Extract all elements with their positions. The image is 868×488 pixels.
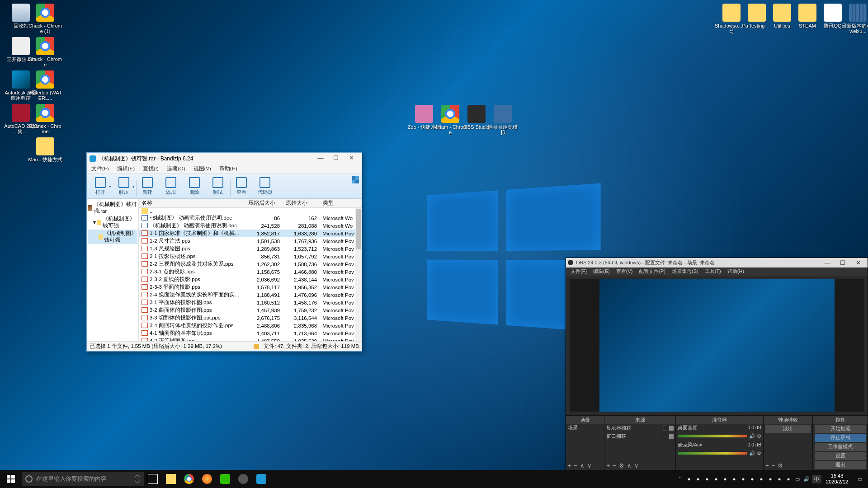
scene-item[interactable]: 场景 — [568, 425, 602, 431]
tray-icon[interactable]: ● — [730, 470, 739, 488]
file-row[interactable]: 2-3-3 平面的投影.pps 1,578,1171,956,352Micros… — [139, 283, 362, 291]
menu-item[interactable]: 配置文件(P) — [639, 268, 665, 275]
file-row[interactable]: 1-1 国家标准《技术制图》和《机械制图》的有关... 1,352,8171,6… — [139, 230, 362, 237]
control-button[interactable]: 设置 — [815, 452, 866, 460]
maximize-button[interactable]: ☐ — [835, 259, 850, 266]
tray-icon[interactable]: ● — [784, 470, 793, 488]
file-row[interactable]: 3-2 曲面体的投影作图.pps 1,457,9391,759,232Micro… — [139, 306, 362, 314]
tree-node[interactable]: 《机械制图》钱可强 — [88, 230, 137, 244]
gear-icon[interactable]: ⚙ — [778, 462, 783, 469]
up-icon[interactable]: ∧ — [627, 462, 632, 469]
obs-dock-sources[interactable]: 来源 显示器捕获 窗口捕获 +−⚙∧∨ — [604, 416, 676, 470]
toolbar-解压[interactable]: ▾解压 — [112, 176, 136, 196]
taskbar-explorer[interactable] — [162, 470, 180, 488]
minimize-button[interactable]: — — [820, 259, 835, 266]
file-row[interactable]: .. — [139, 208, 362, 215]
tray-icon[interactable]: ● — [766, 470, 775, 488]
toolbar-新建[interactable]: 新建 — [136, 176, 159, 196]
visibility-icon[interactable] — [662, 426, 667, 431]
toolbar-代码页[interactable]: 代码页 — [253, 176, 277, 196]
obs-preview[interactable] — [570, 279, 864, 412]
bandizip-toolbar[interactable]: ▾打开▾解压新建添加删除测试查看代码页 — [87, 174, 362, 199]
gear-icon[interactable]: ⚙ — [619, 462, 624, 469]
down-icon[interactable]: ∨ — [587, 462, 592, 469]
gear-icon[interactable]: ⚙ — [757, 450, 761, 456]
toolbar-删除[interactable]: 删除 — [183, 176, 206, 196]
tray-icon[interactable]: ● — [721, 470, 730, 488]
apps-icon[interactable] — [352, 176, 359, 183]
file-row[interactable]: 4-2 正等轴测图.pps 1,487,5591,835,520Microsof… — [139, 337, 362, 341]
down-icon[interactable]: ∨ — [634, 462, 639, 469]
menu-item[interactable]: 编辑(E) — [593, 268, 610, 275]
expand-icon[interactable]: ▾ — [93, 219, 96, 225]
menu-item[interactable]: 编辑(E) — [115, 164, 137, 173]
tray-icon[interactable]: ● — [775, 470, 784, 488]
file-row[interactable]: 2-4 换面法作直线的实长和平面的实形.pps 1,188,4911,476,0… — [139, 291, 362, 299]
system-tray[interactable]: ˄ ● ● ● ● ● ● ● ● ● ● ● ● ▭ 🔊 中 15:43 20… — [675, 470, 868, 488]
microphone-icon[interactable] — [135, 475, 140, 483]
taskbar-chrome[interactable] — [180, 470, 198, 488]
taskbar-app[interactable] — [234, 470, 252, 488]
menu-item[interactable]: 帮助(H) — [217, 164, 239, 173]
menu-item[interactable]: 视图(V) — [192, 164, 213, 173]
mixer-channel[interactable]: 麦克风/Aux0.0 dB 🔊 ⚙ — [678, 442, 761, 458]
lock-icon[interactable] — [669, 426, 674, 431]
add-icon[interactable]: + — [765, 462, 769, 469]
desktop-icon[interactable]: Epanex - Chrome — [28, 104, 62, 134]
close-button[interactable]: ✕ — [850, 259, 866, 266]
menu-item[interactable]: 选项(O) — [165, 164, 187, 173]
desktop[interactable]: 回收站 Chuck - Chrome (1) 三开微信.bat Chuck - … — [0, 0, 868, 488]
close-button[interactable]: ✕ — [344, 154, 359, 164]
file-row[interactable]: 1-2 尺寸注法.pps 1,501,5381,767,936Microsoft… — [139, 237, 362, 245]
remove-icon[interactable]: − — [574, 462, 578, 469]
maximize-button[interactable]: ☐ — [328, 154, 344, 164]
control-button[interactable]: 开始推流 — [815, 425, 866, 433]
toolbar-打开[interactable]: ▾打开 — [89, 176, 112, 196]
tree-node[interactable]: 《机械制图》钱可强.rar — [88, 201, 137, 215]
menu-item[interactable]: 查看(V) — [616, 268, 633, 275]
tray-icon[interactable]: ● — [757, 470, 766, 488]
menu-item[interactable]: 查找(I) — [141, 164, 160, 173]
bandizip-tree[interactable]: 《机械制图》钱可强.rar ▾ 《机械制图》钱可强 《机械制图》钱可强 — [87, 199, 139, 341]
taskbar-app-blue[interactable] — [252, 470, 270, 488]
obs-dock-transitions[interactable]: 转场特效 淡出 +−⚙ — [764, 416, 813, 470]
toolbar-测试[interactable]: 测试 — [206, 176, 230, 196]
remove-icon[interactable]: − — [772, 462, 775, 469]
column-header[interactable]: 名称 — [139, 199, 245, 208]
control-button[interactable]: 退出 — [815, 461, 866, 469]
file-row[interactable]: 《机械制图》 动画演示使用说明.doc 241,528281,088Micros… — [139, 222, 362, 230]
file-row[interactable]: 3-3 切割体的投影作图.ppt.pps 2,676,1753,116,544M… — [139, 314, 362, 322]
lock-icon[interactable] — [669, 434, 674, 439]
mute-icon[interactable]: 🔊 — [749, 450, 755, 456]
file-row[interactable]: 2-1 投影法概述.pps 856,7311,057,792Microsoft … — [139, 253, 362, 260]
control-button[interactable]: 工作室模式 — [815, 443, 866, 451]
bandizip-window[interactable]: 《机械制图》钱可强.rar - Bandizip 6.24 — ☐ ✕ 文件(F… — [86, 152, 362, 352]
bandizip-file-list[interactable]: 名称压缩后大小原始大小类型 .. ~$械制图》 动画演示使用说明.doc 861… — [139, 199, 362, 341]
obs-dock-mixer[interactable]: 混音器 桌面音频0.0 dB 🔊 ⚙ 麦克风/Aux0.0 dB 🔊 ⚙ — [676, 416, 764, 470]
minimize-button[interactable]: — — [313, 154, 328, 164]
task-view-button[interactable] — [144, 470, 162, 488]
file-row[interactable]: 1-3 尺规绘图.pps 1,289,8631,523,712Microsoft… — [139, 245, 362, 253]
file-row[interactable]: 2-3-1 点的投影.pps 1,158,6751,466,880Microso… — [139, 268, 362, 276]
file-row[interactable]: 4-1 轴测图的基本知识.pps 1,403,7111,713,664Micro… — [139, 329, 362, 337]
menu-item[interactable]: 帮助(H) — [727, 268, 744, 275]
up-icon[interactable]: ∧ — [580, 462, 585, 469]
menu-item[interactable]: 文件(F) — [90, 164, 111, 173]
desktop-icon[interactable]: Mao - 快捷方式 — [28, 137, 62, 162]
desktop-icon[interactable]: 胖哥哥睡觉模拟 — [486, 105, 520, 135]
tray-network-icon[interactable]: ▭ — [793, 470, 802, 488]
tray-icon[interactable]: ● — [748, 470, 757, 488]
transition-select[interactable]: 淡出 — [765, 425, 811, 433]
menu-item[interactable]: 工具(T) — [705, 268, 721, 275]
tray-icon[interactable]: ● — [739, 470, 748, 488]
toolbar-查看[interactable]: 查看 — [230, 176, 253, 196]
menu-item[interactable]: 场景集合(S) — [672, 268, 698, 275]
toolbar-添加[interactable]: 添加 — [159, 176, 183, 196]
taskbar[interactable]: 在这里输入你要搜索的内容 ˄ ● ● ● ● ● ● ● ● ● ● ● ● ▭ — [0, 470, 868, 488]
column-header[interactable]: 压缩后大小 — [245, 199, 283, 208]
tray-chevron-up-icon[interactable]: ˄ — [675, 470, 684, 488]
source-item[interactable]: 显示器捕获 — [606, 425, 674, 432]
bandizip-titlebar[interactable]: 《机械制图》钱可强.rar - Bandizip 6.24 — ☐ ✕ — [87, 153, 362, 164]
mixer-channel[interactable]: 桌面音频0.0 dB 🔊 ⚙ — [678, 425, 761, 441]
obs-menubar[interactable]: 文件(F)编辑(E)查看(V)配置文件(P)场景集合(S)工具(T)帮助(H) — [566, 267, 868, 276]
